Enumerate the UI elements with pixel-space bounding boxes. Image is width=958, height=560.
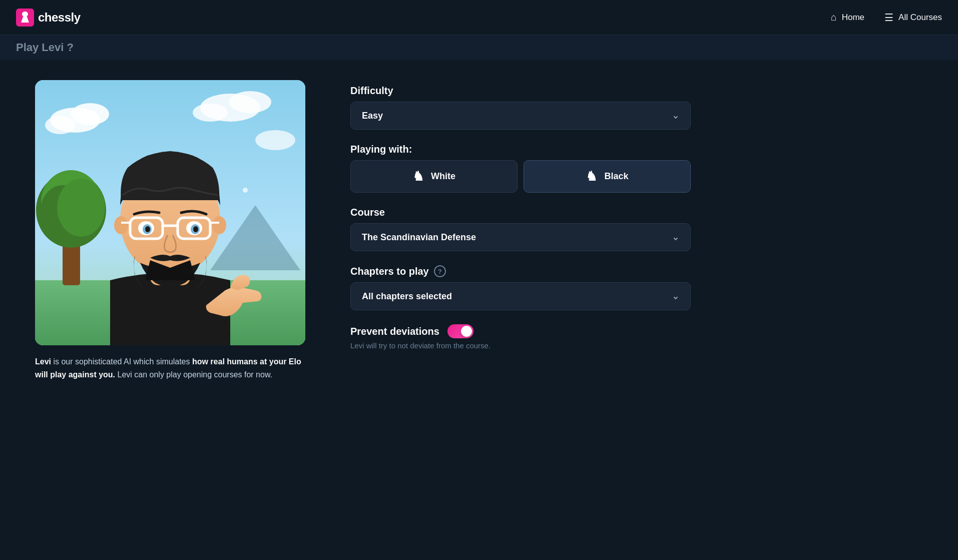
caption-text-1: is our sophisticated AI which simulates xyxy=(51,357,192,366)
black-piece-icon: ♞ xyxy=(586,169,597,184)
chapters-help-icon[interactable]: ? xyxy=(434,265,446,277)
svg-point-4 xyxy=(71,103,109,125)
svg-point-9 xyxy=(255,130,295,150)
avatar-scene xyxy=(35,80,305,345)
black-button[interactable]: ♞ Black xyxy=(524,160,691,193)
white-button[interactable]: ♞ White xyxy=(350,160,518,193)
playing-with-label: Playing with: xyxy=(350,144,691,155)
logo-area: chessly xyxy=(16,9,831,27)
prevent-deviations-toggle[interactable] xyxy=(447,324,473,338)
svg-point-21 xyxy=(212,216,226,234)
breadcrumb-area: Play Levi ? xyxy=(0,35,958,60)
black-label: Black xyxy=(604,171,628,182)
prevent-deviations-section: Prevent deviations Levi will try to not … xyxy=(350,324,691,350)
svg-point-7 xyxy=(229,91,271,113)
breadcrumb-text: Play Levi ? xyxy=(16,41,74,54)
difficulty-section: Difficulty Easy ⌄ xyxy=(350,85,691,130)
nav-all-courses-label: All Courses xyxy=(898,13,942,23)
svg-point-33 xyxy=(243,188,248,193)
chapters-label-row: Chapters to play ? xyxy=(350,265,691,277)
avatar-container xyxy=(35,80,305,345)
course-selected: The Scandinavian Defense xyxy=(362,232,476,243)
prevent-deviations-hint: Levi will try to not deviate from the co… xyxy=(350,341,691,350)
svg-point-5 xyxy=(45,116,75,134)
chapters-dropdown[interactable]: All chapters selected ⌄ xyxy=(350,282,691,310)
chessly-logo-icon xyxy=(16,9,34,27)
caption-text-2: Levi can only play opening courses for n… xyxy=(115,370,272,379)
chapters-label: Chapters to play xyxy=(350,266,429,277)
svg-point-8 xyxy=(193,104,228,122)
list-icon: ☰ xyxy=(884,12,893,24)
logo-text: chessly xyxy=(38,11,81,25)
svg-point-20 xyxy=(114,216,128,234)
home-icon: ⌂ xyxy=(831,12,837,23)
nav-home-label: Home xyxy=(842,13,864,23)
chapters-arrow-icon: ⌄ xyxy=(672,291,679,302)
course-section: Course The Scandinavian Defense ⌄ xyxy=(350,207,691,251)
svg-point-32 xyxy=(193,226,198,232)
chapters-selected: All chapters selected xyxy=(362,291,452,302)
top-nav: ⌂ Home ☰ All Courses xyxy=(831,12,942,24)
course-label: Course xyxy=(350,207,691,218)
svg-point-14 xyxy=(57,179,105,237)
nav-all-courses[interactable]: ☰ All Courses xyxy=(884,12,942,24)
difficulty-label: Difficulty xyxy=(350,85,691,97)
white-piece-icon: ♞ xyxy=(412,169,424,184)
prevent-deviations-row: Prevent deviations xyxy=(350,324,691,338)
left-panel: Levi is our sophisticated AI which simul… xyxy=(30,80,310,381)
course-arrow-icon: ⌄ xyxy=(672,232,679,243)
toggle-knob xyxy=(461,326,472,337)
chapters-section: Chapters to play ? All chapters selected… xyxy=(350,265,691,310)
playing-with-section: Playing with: ♞ White ♞ Black xyxy=(350,144,691,193)
prevent-deviations-label: Prevent deviations xyxy=(350,326,439,337)
right-panel: Difficulty Easy ⌄ Playing with: ♞ White … xyxy=(350,80,691,381)
course-dropdown[interactable]: The Scandinavian Defense ⌄ xyxy=(350,223,691,251)
caption-levi: Levi xyxy=(35,357,51,366)
difficulty-selected: Easy xyxy=(362,111,383,121)
svg-point-31 xyxy=(145,226,150,232)
difficulty-arrow-icon: ⌄ xyxy=(672,110,679,121)
nav-home[interactable]: ⌂ Home xyxy=(831,12,864,23)
white-label: White xyxy=(431,171,455,182)
main-content: Levi is our sophisticated AI which simul… xyxy=(0,60,721,401)
main-header: chessly ⌂ Home ☰ All Courses xyxy=(0,0,958,35)
playing-with-row: ♞ White ♞ Black xyxy=(350,160,691,193)
avatar-caption: Levi is our sophisticated AI which simul… xyxy=(35,355,305,381)
difficulty-dropdown[interactable]: Easy ⌄ xyxy=(350,102,691,130)
